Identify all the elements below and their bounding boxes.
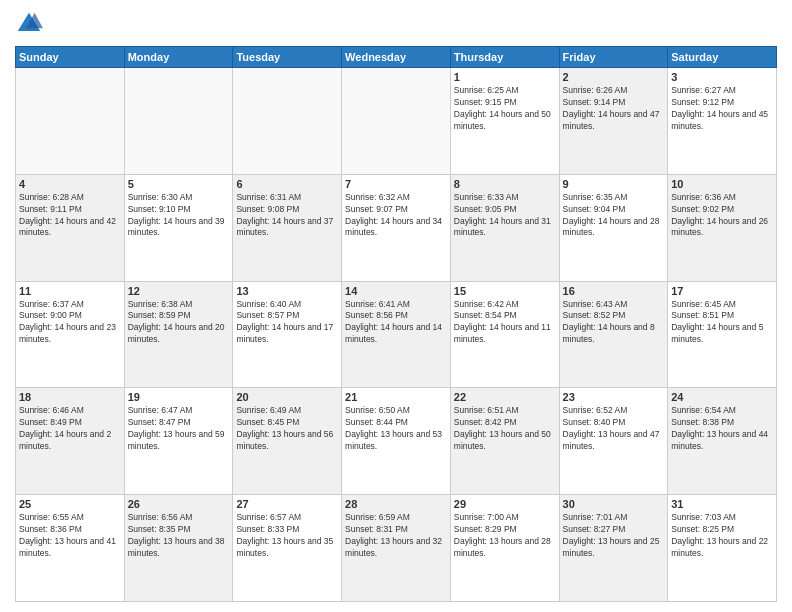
calendar-cell: 17Sunrise: 6:45 AMSunset: 8:51 PMDayligh… bbox=[668, 281, 777, 388]
day-number: 3 bbox=[671, 71, 773, 83]
weekday-header: Sunday bbox=[16, 47, 125, 68]
calendar-cell: 27Sunrise: 6:57 AMSunset: 8:33 PMDayligh… bbox=[233, 495, 342, 602]
day-info: Sunrise: 6:56 AMSunset: 8:35 PMDaylight:… bbox=[128, 512, 230, 560]
day-number: 28 bbox=[345, 498, 447, 510]
day-number: 9 bbox=[563, 178, 665, 190]
header bbox=[15, 10, 777, 38]
day-number: 7 bbox=[345, 178, 447, 190]
day-number: 11 bbox=[19, 285, 121, 297]
calendar-week-row: 4Sunrise: 6:28 AMSunset: 9:11 PMDaylight… bbox=[16, 174, 777, 281]
calendar-cell: 21Sunrise: 6:50 AMSunset: 8:44 PMDayligh… bbox=[342, 388, 451, 495]
day-number: 16 bbox=[563, 285, 665, 297]
weekday-header: Monday bbox=[124, 47, 233, 68]
calendar-cell: 23Sunrise: 6:52 AMSunset: 8:40 PMDayligh… bbox=[559, 388, 668, 495]
day-info: Sunrise: 6:37 AMSunset: 9:00 PMDaylight:… bbox=[19, 299, 121, 347]
day-info: Sunrise: 6:26 AMSunset: 9:14 PMDaylight:… bbox=[563, 85, 665, 133]
day-number: 13 bbox=[236, 285, 338, 297]
day-info: Sunrise: 6:50 AMSunset: 8:44 PMDaylight:… bbox=[345, 405, 447, 453]
day-number: 27 bbox=[236, 498, 338, 510]
calendar-cell: 11Sunrise: 6:37 AMSunset: 9:00 PMDayligh… bbox=[16, 281, 125, 388]
weekday-header: Thursday bbox=[450, 47, 559, 68]
calendar-cell: 26Sunrise: 6:56 AMSunset: 8:35 PMDayligh… bbox=[124, 495, 233, 602]
day-info: Sunrise: 6:42 AMSunset: 8:54 PMDaylight:… bbox=[454, 299, 556, 347]
day-number: 19 bbox=[128, 391, 230, 403]
weekday-header: Friday bbox=[559, 47, 668, 68]
weekday-header: Wednesday bbox=[342, 47, 451, 68]
calendar-cell: 10Sunrise: 6:36 AMSunset: 9:02 PMDayligh… bbox=[668, 174, 777, 281]
day-number: 29 bbox=[454, 498, 556, 510]
calendar-cell: 22Sunrise: 6:51 AMSunset: 8:42 PMDayligh… bbox=[450, 388, 559, 495]
day-number: 31 bbox=[671, 498, 773, 510]
day-number: 12 bbox=[128, 285, 230, 297]
calendar-cell: 9Sunrise: 6:35 AMSunset: 9:04 PMDaylight… bbox=[559, 174, 668, 281]
day-info: Sunrise: 6:55 AMSunset: 8:36 PMDaylight:… bbox=[19, 512, 121, 560]
page: SundayMondayTuesdayWednesdayThursdayFrid… bbox=[0, 0, 792, 612]
calendar-week-row: 11Sunrise: 6:37 AMSunset: 9:00 PMDayligh… bbox=[16, 281, 777, 388]
day-info: Sunrise: 6:46 AMSunset: 8:49 PMDaylight:… bbox=[19, 405, 121, 453]
calendar-cell: 15Sunrise: 6:42 AMSunset: 8:54 PMDayligh… bbox=[450, 281, 559, 388]
weekday-header: Tuesday bbox=[233, 47, 342, 68]
day-info: Sunrise: 6:40 AMSunset: 8:57 PMDaylight:… bbox=[236, 299, 338, 347]
day-info: Sunrise: 6:38 AMSunset: 8:59 PMDaylight:… bbox=[128, 299, 230, 347]
day-info: Sunrise: 6:59 AMSunset: 8:31 PMDaylight:… bbox=[345, 512, 447, 560]
day-info: Sunrise: 6:31 AMSunset: 9:08 PMDaylight:… bbox=[236, 192, 338, 240]
calendar-cell: 31Sunrise: 7:03 AMSunset: 8:25 PMDayligh… bbox=[668, 495, 777, 602]
calendar-cell: 18Sunrise: 6:46 AMSunset: 8:49 PMDayligh… bbox=[16, 388, 125, 495]
calendar-cell: 20Sunrise: 6:49 AMSunset: 8:45 PMDayligh… bbox=[233, 388, 342, 495]
calendar-cell: 28Sunrise: 6:59 AMSunset: 8:31 PMDayligh… bbox=[342, 495, 451, 602]
day-number: 5 bbox=[128, 178, 230, 190]
day-info: Sunrise: 6:51 AMSunset: 8:42 PMDaylight:… bbox=[454, 405, 556, 453]
calendar-cell: 19Sunrise: 6:47 AMSunset: 8:47 PMDayligh… bbox=[124, 388, 233, 495]
day-number: 25 bbox=[19, 498, 121, 510]
logo-icon bbox=[15, 10, 43, 38]
day-info: Sunrise: 6:57 AMSunset: 8:33 PMDaylight:… bbox=[236, 512, 338, 560]
calendar-cell bbox=[342, 68, 451, 175]
calendar-week-row: 18Sunrise: 6:46 AMSunset: 8:49 PMDayligh… bbox=[16, 388, 777, 495]
day-info: Sunrise: 6:54 AMSunset: 8:38 PMDaylight:… bbox=[671, 405, 773, 453]
day-number: 10 bbox=[671, 178, 773, 190]
calendar-cell: 30Sunrise: 7:01 AMSunset: 8:27 PMDayligh… bbox=[559, 495, 668, 602]
day-info: Sunrise: 6:36 AMSunset: 9:02 PMDaylight:… bbox=[671, 192, 773, 240]
calendar-cell: 24Sunrise: 6:54 AMSunset: 8:38 PMDayligh… bbox=[668, 388, 777, 495]
day-info: Sunrise: 6:30 AMSunset: 9:10 PMDaylight:… bbox=[128, 192, 230, 240]
day-info: Sunrise: 7:03 AMSunset: 8:25 PMDaylight:… bbox=[671, 512, 773, 560]
calendar-cell: 2Sunrise: 6:26 AMSunset: 9:14 PMDaylight… bbox=[559, 68, 668, 175]
calendar-cell: 12Sunrise: 6:38 AMSunset: 8:59 PMDayligh… bbox=[124, 281, 233, 388]
day-info: Sunrise: 6:43 AMSunset: 8:52 PMDaylight:… bbox=[563, 299, 665, 347]
day-number: 26 bbox=[128, 498, 230, 510]
day-info: Sunrise: 6:41 AMSunset: 8:56 PMDaylight:… bbox=[345, 299, 447, 347]
calendar-header-row: SundayMondayTuesdayWednesdayThursdayFrid… bbox=[16, 47, 777, 68]
day-number: 20 bbox=[236, 391, 338, 403]
day-number: 6 bbox=[236, 178, 338, 190]
day-number: 15 bbox=[454, 285, 556, 297]
day-info: Sunrise: 7:00 AMSunset: 8:29 PMDaylight:… bbox=[454, 512, 556, 560]
day-info: Sunrise: 6:47 AMSunset: 8:47 PMDaylight:… bbox=[128, 405, 230, 453]
day-number: 23 bbox=[563, 391, 665, 403]
day-info: Sunrise: 6:35 AMSunset: 9:04 PMDaylight:… bbox=[563, 192, 665, 240]
day-number: 18 bbox=[19, 391, 121, 403]
day-number: 21 bbox=[345, 391, 447, 403]
calendar-cell: 1Sunrise: 6:25 AMSunset: 9:15 PMDaylight… bbox=[450, 68, 559, 175]
calendar-cell: 13Sunrise: 6:40 AMSunset: 8:57 PMDayligh… bbox=[233, 281, 342, 388]
day-number: 22 bbox=[454, 391, 556, 403]
day-number: 30 bbox=[563, 498, 665, 510]
day-info: Sunrise: 6:45 AMSunset: 8:51 PMDaylight:… bbox=[671, 299, 773, 347]
calendar-cell: 6Sunrise: 6:31 AMSunset: 9:08 PMDaylight… bbox=[233, 174, 342, 281]
day-number: 8 bbox=[454, 178, 556, 190]
logo bbox=[15, 10, 47, 38]
calendar-week-row: 1Sunrise: 6:25 AMSunset: 9:15 PMDaylight… bbox=[16, 68, 777, 175]
calendar-cell: 7Sunrise: 6:32 AMSunset: 9:07 PMDaylight… bbox=[342, 174, 451, 281]
calendar-cell: 16Sunrise: 6:43 AMSunset: 8:52 PMDayligh… bbox=[559, 281, 668, 388]
day-number: 24 bbox=[671, 391, 773, 403]
day-info: Sunrise: 6:27 AMSunset: 9:12 PMDaylight:… bbox=[671, 85, 773, 133]
calendar-cell: 5Sunrise: 6:30 AMSunset: 9:10 PMDaylight… bbox=[124, 174, 233, 281]
calendar-cell bbox=[16, 68, 125, 175]
day-number: 14 bbox=[345, 285, 447, 297]
day-info: Sunrise: 6:28 AMSunset: 9:11 PMDaylight:… bbox=[19, 192, 121, 240]
day-info: Sunrise: 6:25 AMSunset: 9:15 PMDaylight:… bbox=[454, 85, 556, 133]
day-info: Sunrise: 6:49 AMSunset: 8:45 PMDaylight:… bbox=[236, 405, 338, 453]
calendar-week-row: 25Sunrise: 6:55 AMSunset: 8:36 PMDayligh… bbox=[16, 495, 777, 602]
day-info: Sunrise: 6:33 AMSunset: 9:05 PMDaylight:… bbox=[454, 192, 556, 240]
day-info: Sunrise: 6:52 AMSunset: 8:40 PMDaylight:… bbox=[563, 405, 665, 453]
day-info: Sunrise: 7:01 AMSunset: 8:27 PMDaylight:… bbox=[563, 512, 665, 560]
